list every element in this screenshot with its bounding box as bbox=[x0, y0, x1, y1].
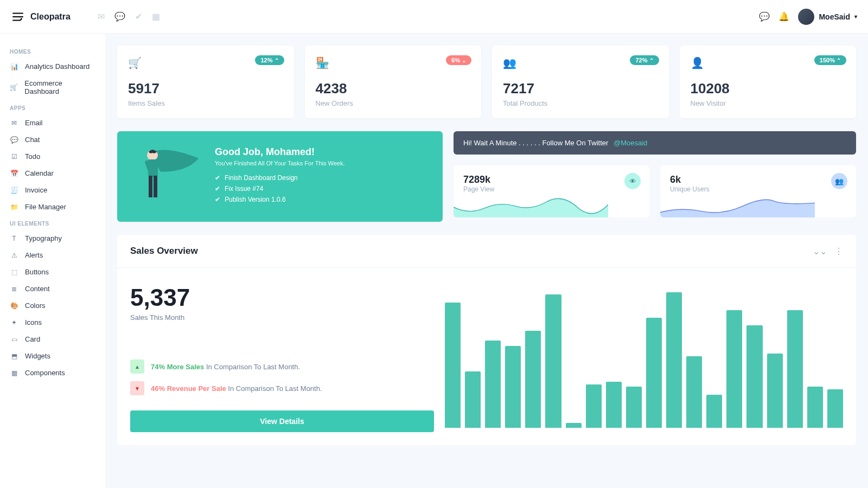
sidebar-item-alerts[interactable]: ⚠Alerts bbox=[0, 247, 105, 264]
sidebar-item-icons[interactable]: ✦Icons bbox=[0, 314, 105, 331]
sidebar-item-todo[interactable]: ☑Todo bbox=[0, 148, 105, 165]
sidebar: HOMES📊Analytics Dashboard🛒Ecommerce Dash… bbox=[0, 34, 105, 488]
sidebar-item-icon: ⬚ bbox=[10, 268, 18, 276]
compare-row: ▼46% Revenue Per Sale In Comparison To L… bbox=[130, 381, 434, 395]
collapse-icon[interactable]: ⌄⌄ bbox=[813, 246, 827, 256]
sales-total: 5,337 bbox=[130, 284, 434, 311]
sidebar-item-label: Colors bbox=[25, 301, 46, 310]
sidebar-item-components[interactable]: ▦Components bbox=[0, 364, 105, 381]
sidebar-item-icon: 📊 bbox=[10, 63, 18, 70]
stat-badge: 6% ⌄ bbox=[446, 55, 471, 65]
sparkline bbox=[454, 197, 608, 217]
sidebar-item-label: Ecommerce Dashboard bbox=[24, 79, 95, 95]
bar bbox=[787, 310, 803, 428]
brand-name: Cleopatra bbox=[30, 12, 71, 22]
sidebar-item-colors[interactable]: 🎨Colors bbox=[0, 297, 105, 314]
sidebar-item-label: Alerts bbox=[25, 251, 43, 259]
panel-title: Sales Overview bbox=[130, 246, 198, 256]
sidebar-item-file-manager[interactable]: 📁File Manager bbox=[0, 198, 105, 215]
chevron-up-icon: ⌃ bbox=[837, 57, 841, 63]
bar bbox=[525, 331, 541, 428]
bar bbox=[746, 325, 762, 428]
user-name: MoeSaid bbox=[819, 12, 850, 21]
sidebar-item-chat[interactable]: 💬Chat bbox=[0, 131, 105, 148]
stat-value: 7217 bbox=[503, 80, 658, 97]
hero-title: Good Job, Mohamed! bbox=[215, 146, 427, 158]
view-details-button[interactable]: View Details bbox=[130, 410, 434, 432]
sidebar-item-content[interactable]: ≣Content bbox=[0, 280, 105, 297]
mini-value: 7289k bbox=[463, 174, 640, 185]
bar bbox=[686, 356, 702, 428]
sidebar-item-label: Components bbox=[25, 369, 65, 377]
compare-row: ▲74% More Sales In Comparison To Last Mo… bbox=[130, 359, 434, 374]
sidebar-item-label: File Manager bbox=[25, 203, 66, 211]
hero-illustration bbox=[128, 142, 204, 207]
chat-icon[interactable]: 💬 bbox=[114, 11, 125, 22]
sidebar-item-invoice[interactable]: 🧾Invoice bbox=[0, 182, 105, 198]
more-icon[interactable]: ⋮ bbox=[834, 246, 843, 256]
sales-overview-panel: Sales Overview ⌄⌄ ⋮ 5,337 Sales This Mon… bbox=[117, 235, 856, 445]
sidebar-item-widgets[interactable]: ⬒Widgets bbox=[0, 348, 105, 364]
sidebar-item-typography[interactable]: TTypography bbox=[0, 230, 105, 247]
check-circle-icon: ✔ bbox=[215, 196, 220, 203]
sidebar-item-ecommerce-dashboard[interactable]: 🛒Ecommerce Dashboard bbox=[0, 75, 105, 100]
check-circle-icon: ✔ bbox=[215, 174, 220, 182]
messages-icon[interactable]: 💬 bbox=[759, 11, 770, 22]
stat-badge: 72% ⌃ bbox=[630, 55, 659, 65]
sidebar-item-icon: ▦ bbox=[10, 369, 18, 377]
stat-label: New Orders bbox=[316, 99, 471, 107]
sidebar-item-calendar[interactable]: 📅Calendar bbox=[0, 165, 105, 182]
sidebar-item-analytics-dashboard[interactable]: 📊Analytics Dashboard bbox=[0, 58, 105, 75]
mail-icon[interactable]: ✉ bbox=[98, 11, 105, 22]
svg-rect-3 bbox=[154, 176, 157, 197]
sidebar-item-label: Content bbox=[25, 285, 50, 293]
sidebar-item-label: Typography bbox=[25, 234, 62, 242]
chevron-up-icon: ⌃ bbox=[649, 57, 654, 63]
stat-row: 🛒12% ⌃5917Items Sales🏪6% ⌄4238New Orders… bbox=[117, 46, 856, 118]
stat-label: Total Products bbox=[503, 99, 658, 107]
notifications-icon[interactable]: 🔔 bbox=[778, 11, 789, 22]
bar bbox=[465, 371, 481, 428]
hero-card: Good Job, Mohamed! You've Finished All O… bbox=[117, 131, 443, 222]
sidebar-item-icon: ✦ bbox=[10, 319, 18, 326]
bar bbox=[626, 387, 642, 428]
sidebar-item-card[interactable]: ▭Card bbox=[0, 331, 105, 348]
stat-value: 5917 bbox=[128, 80, 283, 97]
sidebar-item-label: Invoice bbox=[25, 186, 47, 194]
sidebar-item-label: Icons bbox=[25, 318, 42, 326]
caret-down-icon: ▼ bbox=[130, 381, 144, 395]
twitter-link[interactable]: @Moesaid bbox=[614, 139, 647, 147]
sidebar-item-icon: ☑ bbox=[10, 153, 18, 160]
stat-value: 10208 bbox=[691, 80, 846, 97]
sidebar-group-title: UI ELEMENTS bbox=[0, 215, 105, 230]
stat-card-new-visitor: 👤150% ⌃10208New Visitor bbox=[680, 46, 857, 118]
stat-badge: 150% ⌃ bbox=[814, 55, 846, 65]
sidebar-item-label: Chat bbox=[25, 136, 40, 144]
eye-icon: 👁 bbox=[624, 173, 641, 189]
main-content: 🛒12% ⌃5917Items Sales🏪6% ⌄4238New Orders… bbox=[105, 34, 868, 488]
stat-badge: 12% ⌃ bbox=[255, 55, 284, 65]
sidebar-item-label: Email bbox=[25, 119, 43, 127]
stat-value: 4238 bbox=[316, 80, 471, 97]
calendar-icon[interactable]: ▦ bbox=[152, 11, 160, 22]
sidebar-item-icon: 🛒 bbox=[10, 84, 18, 91]
banner-text: Hi! Wait A Minute . . . . . . Follow Me … bbox=[463, 139, 608, 147]
topbar-shortcuts: ✉ 💬 ✔ ▦ bbox=[98, 11, 160, 22]
bar bbox=[646, 318, 662, 428]
bar bbox=[586, 384, 602, 428]
check-icon[interactable]: ✔ bbox=[135, 11, 142, 22]
brand-logo[interactable]: Cleopatra bbox=[11, 10, 71, 24]
bar bbox=[666, 292, 682, 428]
bar bbox=[445, 303, 461, 428]
chevron-down-icon: ▾ bbox=[854, 14, 857, 20]
sidebar-item-icon: ⚠ bbox=[10, 252, 18, 259]
mini-card-unique-users: 6kUnique Users👥 bbox=[660, 165, 856, 217]
sidebar-item-email[interactable]: ✉Email bbox=[0, 114, 105, 131]
bar bbox=[767, 354, 783, 428]
user-menu[interactable]: MoeSaid ▾ bbox=[798, 9, 857, 25]
sidebar-item-icon: 🧾 bbox=[10, 187, 18, 194]
sidebar-item-buttons[interactable]: ⬚Buttons bbox=[0, 264, 105, 280]
bar bbox=[827, 389, 843, 428]
hero-task: ✔Fix Issue #74 bbox=[215, 185, 427, 192]
twitter-banner: Hi! Wait A Minute . . . . . . Follow Me … bbox=[454, 131, 856, 155]
